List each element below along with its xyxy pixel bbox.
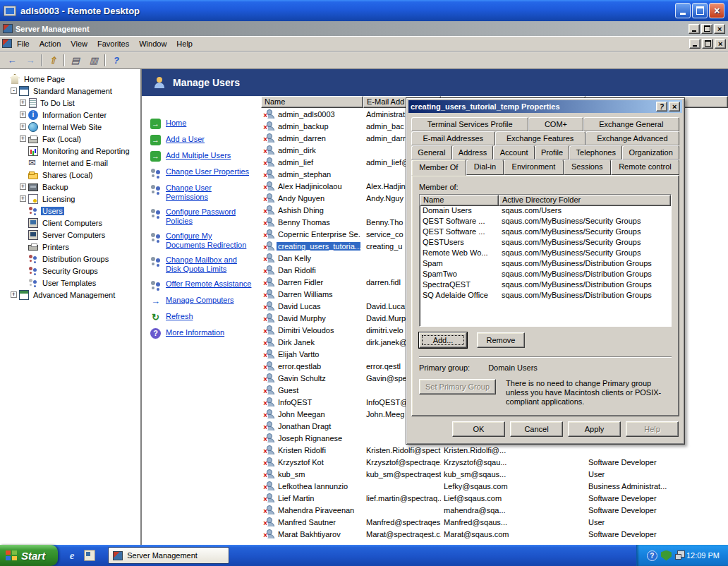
tree-item[interactable]: + Backup	[0, 181, 140, 193]
child-close-button[interactable]	[715, 39, 726, 49]
tree-expander-icon[interactable]: +	[20, 124, 26, 130]
toolbar-button[interactable]	[67, 53, 84, 67]
tree-item[interactable]: Users	[0, 205, 140, 217]
toolbar-button[interactable]	[63, 53, 66, 67]
taskpad-link[interactable]: Configure Password Policies	[150, 207, 261, 226]
member-row[interactable]: SQ Adelaide Office sqaus.com/MyBusiness/…	[420, 291, 671, 301]
tree-item[interactable]: User Templates	[0, 277, 140, 289]
taskpad-link[interactable]: Home	[150, 119, 261, 129]
taskpad-link[interactable]: Add a User	[150, 135, 261, 145]
dialog-tab[interactable]: Address	[452, 145, 494, 159]
table-row[interactable]: Manfred Sautner Manfred@spectraqes... Ma…	[261, 516, 728, 528]
dialog-tab[interactable]: Terminal Services Profile	[411, 117, 528, 131]
tree-item[interactable]: + Information Center	[0, 109, 140, 121]
close-button[interactable]	[709, 3, 724, 18]
dialog-tab[interactable]: Profile	[535, 145, 570, 159]
tree-item[interactable]: + Fax (Local)	[0, 133, 140, 145]
menu-item[interactable]: Action	[35, 37, 66, 51]
dialog-context-help-button[interactable]	[656, 102, 667, 112]
security-icon[interactable]	[661, 550, 672, 561]
column-header-name[interactable]: Name	[420, 195, 499, 206]
member-row[interactable]: SpamTwo sqaus.com/MyBusiness/Distributio…	[420, 270, 671, 280]
dialog-close-button[interactable]	[669, 102, 680, 112]
tree-item[interactable]: Printers	[0, 241, 140, 253]
tree-item[interactable]: Internet and E-mail	[0, 157, 140, 169]
taskpad-link[interactable]: Refresh	[150, 312, 261, 323]
toolbar-button[interactable]	[22, 53, 39, 67]
add-button[interactable]: Add...	[419, 332, 467, 348]
dialog-tab[interactable]: COM+	[528, 117, 583, 131]
dialog-tab[interactable]: Exchange Advanced	[586, 131, 679, 145]
tree-item[interactable]: Shares (Local)	[0, 169, 140, 181]
taskbar-task-server-management[interactable]: Server Management	[108, 547, 229, 564]
start-button[interactable]: Start	[0, 545, 58, 566]
taskpad-link[interactable]: Change Mailbox and Disk Quota Limits	[150, 255, 261, 274]
column-header-folder[interactable]: Active Directory Folder	[499, 195, 671, 206]
dialog-tab[interactable]: General	[411, 145, 452, 159]
tree-item[interactable]: Server Computers	[0, 229, 140, 241]
taskpad-link[interactable]: Offer Remote Assistance	[150, 279, 261, 290]
dialog-tab[interactable]: Exchange General	[583, 117, 679, 131]
member-row[interactable]: QEST Software ... sqaus.com/MyBusiness/S…	[420, 227, 671, 238]
member-row[interactable]: QEST Software ... sqaus.com/MyBusiness/S…	[420, 217, 671, 227]
ok-button[interactable]: OK	[452, 421, 505, 437]
table-row[interactable]: Mahendra Piraveenan mahendra@sqa... Soft…	[261, 504, 728, 516]
remove-button[interactable]: Remove	[477, 332, 525, 348]
child-restore-button[interactable]	[702, 39, 713, 49]
tree-item[interactable]: + Internal Web Site	[0, 121, 140, 133]
taskpad-link[interactable]: Change User Permissions	[150, 183, 261, 202]
menu-item[interactable]: View	[66, 37, 92, 51]
quicklaunch-button[interactable]	[83, 548, 97, 562]
dialog-tab[interactable]: E-mail Addresses	[411, 131, 495, 145]
cancel-button[interactable]: Cancel	[510, 421, 563, 437]
toolbar-button[interactable]	[44, 53, 61, 67]
network-icon[interactable]	[675, 554, 681, 560]
column-header-name[interactable]: Name	[261, 96, 363, 108]
dialog-tab[interactable]: Exchange Features	[495, 131, 586, 145]
help-icon[interactable]	[647, 550, 657, 561]
member-row[interactable]: QESTUsers sqaus.com/MyBusiness/Security …	[420, 238, 671, 248]
toolbar-button[interactable]	[85, 53, 102, 67]
member-row[interactable]: Remote Web Wo... sqaus.com/MyBusiness/Se…	[420, 248, 671, 259]
dialog-tab[interactable]: Environment	[504, 159, 563, 175]
tree-expander-icon[interactable]: +	[11, 291, 17, 298]
dialog-tab[interactable]: Remote control	[611, 159, 679, 175]
taskpad-link[interactable]: Add Multiple Users	[150, 151, 261, 162]
menu-item[interactable]: Favorites	[92, 37, 134, 51]
taskpad-link[interactable]: Manage Computers	[150, 296, 261, 306]
tree-expander-icon[interactable]: +	[20, 100, 26, 106]
toolbar-button[interactable]	[108, 53, 125, 67]
member-row[interactable]: Spam sqaus.com/MyBusiness/Distribution G…	[420, 259, 671, 270]
tree-expander-icon[interactable]: +	[20, 195, 26, 202]
menu-item[interactable]: Help	[171, 37, 198, 51]
app-minimize-button[interactable]	[688, 24, 700, 34]
toolbar-button[interactable]	[104, 53, 107, 67]
tree-item[interactable]: + Advanced Management	[0, 289, 140, 301]
taskpad-link[interactable]: Change User Properties	[150, 167, 261, 178]
tree-item[interactable]: + To Do List	[0, 97, 140, 109]
help-button[interactable]: Help	[626, 421, 679, 437]
member-row[interactable]: SpectraQEST sqaus.com/MyBusiness/Distrib…	[420, 280, 671, 291]
app-close-button[interactable]	[714, 24, 725, 34]
table-row[interactable]: Lief Martin lief.martin@spectraq... Lief…	[261, 492, 728, 504]
toolbar-button[interactable]	[40, 53, 43, 67]
tree-item[interactable]: Security Groups	[0, 265, 140, 277]
member-row[interactable]: Domain Users sqaus.com/Users	[420, 206, 671, 217]
tree-expander-icon[interactable]: +	[20, 183, 26, 190]
tree-item[interactable]: + Licensing	[0, 193, 140, 205]
table-row[interactable]: kub_sm kub_sm@spectraqest... kub_sm@sqau…	[261, 468, 728, 480]
maximize-button[interactable]	[692, 3, 708, 18]
dialog-tab[interactable]: Organization	[622, 145, 679, 159]
tree-item[interactable]: Client Computers	[0, 217, 140, 229]
tree-expander-icon[interactable]: +	[20, 112, 26, 118]
dialog-tab[interactable]: Sessions	[564, 159, 611, 175]
dialog-tab[interactable]: Member Of	[411, 159, 466, 176]
app-restore-button[interactable]	[701, 24, 712, 34]
tree-item[interactable]: - Standard Management	[0, 85, 140, 97]
quicklaunch-button[interactable]	[65, 548, 79, 562]
tree-item[interactable]: Monitoring and Reporting	[0, 145, 140, 157]
menu-item[interactable]: File	[12, 37, 35, 51]
menu-item[interactable]: Window	[134, 37, 171, 51]
set-primary-group-button[interactable]: Set Primary Group	[419, 379, 496, 395]
table-row[interactable]: Kristen Ridolfi Kristen.Ridolfi@spect...…	[261, 444, 728, 456]
